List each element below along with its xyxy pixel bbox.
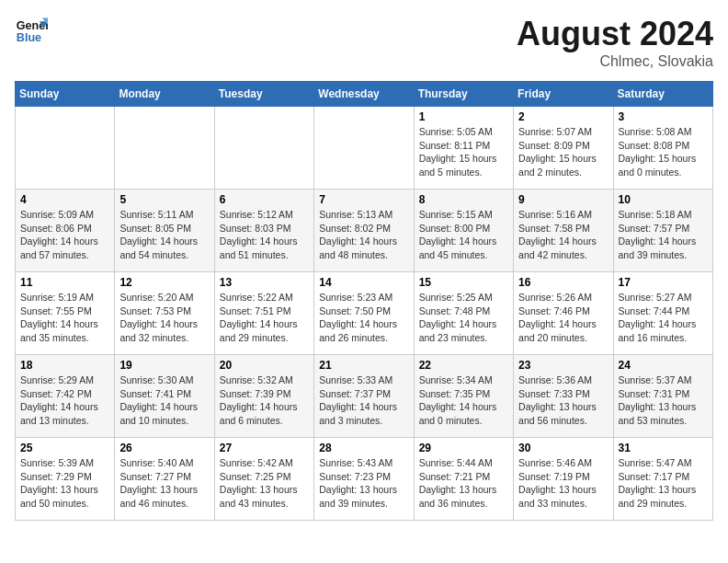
day-number: 7 [319,193,408,206]
weekday-header-monday: Monday [115,82,214,107]
weekday-header-saturday: Saturday [613,82,712,107]
calendar-cell: 8Sunrise: 5:15 AMSunset: 8:00 PMDaylight… [414,190,513,272]
calendar-cell: 24Sunrise: 5:37 AMSunset: 7:31 PMDayligh… [613,355,712,438]
week-row-4: 18Sunrise: 5:29 AMSunset: 7:42 PMDayligh… [16,355,713,438]
week-row-2: 4Sunrise: 5:09 AMSunset: 8:06 PMDaylight… [16,190,713,272]
calendar-cell: 16Sunrise: 5:26 AMSunset: 7:46 PMDayligh… [514,272,613,355]
week-row-5: 25Sunrise: 5:39 AMSunset: 7:29 PMDayligh… [16,438,713,521]
day-number: 20 [220,359,309,372]
day-info: Sunrise: 5:19 AMSunset: 7:55 PMDaylight:… [20,291,109,345]
calendar-cell: 27Sunrise: 5:42 AMSunset: 7:25 PMDayligh… [214,438,313,521]
day-number: 22 [419,359,508,372]
day-number: 15 [419,276,508,289]
calendar-cell [314,107,414,190]
calendar-cell: 20Sunrise: 5:32 AMSunset: 7:39 PMDayligh… [214,355,313,438]
calendar-cell: 31Sunrise: 5:47 AMSunset: 7:17 PMDayligh… [613,438,712,521]
calendar-cell: 7Sunrise: 5:13 AMSunset: 8:02 PMDaylight… [314,190,414,272]
day-info: Sunrise: 5:29 AMSunset: 7:42 PMDaylight:… [20,373,109,428]
weekday-header-sunday: Sunday [16,82,115,107]
calendar-cell: 28Sunrise: 5:43 AMSunset: 7:23 PMDayligh… [314,438,414,521]
day-info: Sunrise: 5:12 AMSunset: 8:03 PMDaylight:… [220,208,309,262]
calendar-cell: 25Sunrise: 5:39 AMSunset: 7:29 PMDayligh… [16,438,115,521]
day-info: Sunrise: 5:30 AMSunset: 7:41 PMDaylight:… [119,373,209,428]
calendar-cell: 21Sunrise: 5:33 AMSunset: 7:37 PMDayligh… [314,355,414,438]
calendar-cell: 4Sunrise: 5:09 AMSunset: 8:06 PMDaylight… [16,190,115,272]
day-info: Sunrise: 5:20 AMSunset: 7:53 PMDaylight:… [119,291,209,345]
week-row-1: 1Sunrise: 5:05 AMSunset: 8:11 PMDaylight… [16,107,713,190]
calendar-cell: 17Sunrise: 5:27 AMSunset: 7:44 PMDayligh… [613,272,712,355]
calendar-cell: 9Sunrise: 5:16 AMSunset: 7:58 PMDaylight… [514,190,613,272]
day-info: Sunrise: 5:22 AMSunset: 7:51 PMDaylight:… [220,291,309,345]
day-number: 11 [20,276,109,289]
day-info: Sunrise: 5:27 AMSunset: 7:44 PMDaylight:… [619,291,708,345]
logo-icon: General Blue [15,15,48,48]
day-info: Sunrise: 5:18 AMSunset: 7:57 PMDaylight:… [619,208,708,262]
calendar-table: SundayMondayTuesdayWednesdayThursdayFrid… [15,81,713,521]
page-header: General Blue August 2024 Chlmec, Slovaki… [15,15,713,70]
calendar-title: August 2024 [517,15,713,53]
day-info: Sunrise: 5:08 AMSunset: 8:08 PMDaylight:… [619,125,708,179]
day-number: 10 [619,193,708,206]
calendar-cell: 29Sunrise: 5:44 AMSunset: 7:21 PMDayligh… [414,438,513,521]
day-number: 9 [518,193,608,206]
calendar-cell: 5Sunrise: 5:11 AMSunset: 8:05 PMDaylight… [115,190,214,272]
day-number: 17 [619,276,708,289]
week-row-3: 11Sunrise: 5:19 AMSunset: 7:55 PMDayligh… [16,272,713,355]
day-number: 3 [619,110,708,123]
day-number: 14 [319,276,408,289]
calendar-cell: 11Sunrise: 5:19 AMSunset: 7:55 PMDayligh… [16,272,115,355]
day-number: 18 [20,359,109,372]
day-number: 13 [220,276,309,289]
day-info: Sunrise: 5:42 AMSunset: 7:25 PMDaylight:… [220,456,309,511]
day-info: Sunrise: 5:40 AMSunset: 7:27 PMDaylight:… [119,456,209,511]
calendar-cell: 12Sunrise: 5:20 AMSunset: 7:53 PMDayligh… [115,272,214,355]
day-number: 5 [119,193,209,206]
calendar-cell: 3Sunrise: 5:08 AMSunset: 8:08 PMDaylight… [613,107,712,190]
day-number: 2 [518,110,608,123]
calendar-cell [115,107,214,190]
calendar-cell: 15Sunrise: 5:25 AMSunset: 7:48 PMDayligh… [414,272,513,355]
day-number: 27 [220,442,309,454]
calendar-cell: 26Sunrise: 5:40 AMSunset: 7:27 PMDayligh… [115,438,214,521]
calendar-cell: 1Sunrise: 5:05 AMSunset: 8:11 PMDaylight… [414,107,513,190]
calendar-cell: 22Sunrise: 5:34 AMSunset: 7:35 PMDayligh… [414,355,513,438]
day-info: Sunrise: 5:13 AMSunset: 8:02 PMDaylight:… [319,208,408,262]
day-number: 8 [419,193,508,206]
weekday-header-friday: Friday [514,82,613,107]
day-info: Sunrise: 5:36 AMSunset: 7:33 PMDaylight:… [518,373,608,428]
day-number: 4 [20,193,109,206]
calendar-subtitle: Chlmec, Slovakia [517,53,713,70]
weekday-header-wednesday: Wednesday [314,82,414,107]
calendar-cell [16,107,115,190]
day-number: 25 [20,442,109,454]
day-number: 6 [220,193,309,206]
day-info: Sunrise: 5:07 AMSunset: 8:09 PMDaylight:… [518,125,608,179]
calendar-cell [214,107,313,190]
day-info: Sunrise: 5:25 AMSunset: 7:48 PMDaylight:… [419,291,508,345]
day-info: Sunrise: 5:09 AMSunset: 8:06 PMDaylight:… [20,208,109,262]
calendar-cell: 2Sunrise: 5:07 AMSunset: 8:09 PMDaylight… [514,107,613,190]
day-info: Sunrise: 5:26 AMSunset: 7:46 PMDaylight:… [518,291,608,345]
day-number: 31 [619,442,708,454]
day-info: Sunrise: 5:39 AMSunset: 7:29 PMDaylight:… [20,456,109,511]
day-number: 30 [518,442,608,454]
svg-text:Blue: Blue [17,31,41,44]
title-block: August 2024 Chlmec, Slovakia [517,15,713,70]
day-number: 21 [319,359,408,372]
day-number: 23 [518,359,608,372]
day-number: 28 [319,442,408,454]
day-info: Sunrise: 5:32 AMSunset: 7:39 PMDaylight:… [220,373,309,428]
day-info: Sunrise: 5:16 AMSunset: 7:58 PMDaylight:… [518,208,608,262]
day-info: Sunrise: 5:44 AMSunset: 7:21 PMDaylight:… [419,456,508,511]
weekday-header-tuesday: Tuesday [214,82,313,107]
weekday-header-thursday: Thursday [414,82,513,107]
day-info: Sunrise: 5:37 AMSunset: 7:31 PMDaylight:… [619,373,708,428]
day-number: 29 [419,442,508,454]
day-info: Sunrise: 5:47 AMSunset: 7:17 PMDaylight:… [619,456,708,511]
day-number: 12 [119,276,209,289]
day-info: Sunrise: 5:11 AMSunset: 8:05 PMDaylight:… [119,208,209,262]
day-info: Sunrise: 5:05 AMSunset: 8:11 PMDaylight:… [419,125,508,179]
day-info: Sunrise: 5:43 AMSunset: 7:23 PMDaylight:… [319,456,408,511]
calendar-cell: 30Sunrise: 5:46 AMSunset: 7:19 PMDayligh… [514,438,613,521]
day-info: Sunrise: 5:23 AMSunset: 7:50 PMDaylight:… [319,291,408,345]
